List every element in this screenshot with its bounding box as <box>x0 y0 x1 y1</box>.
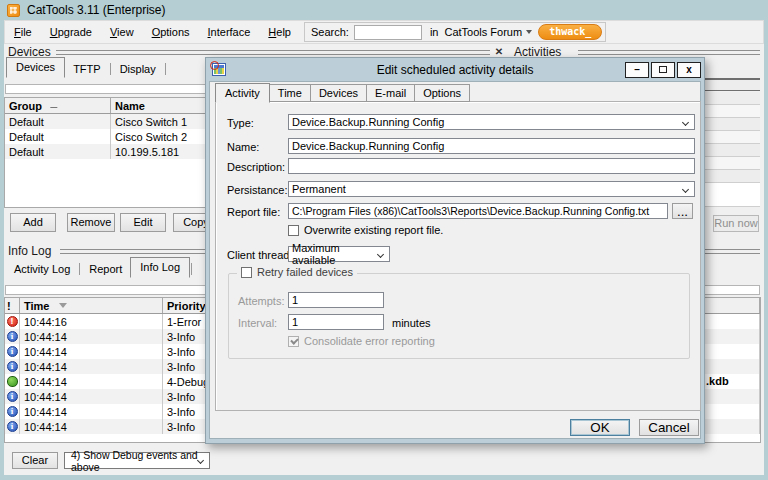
report-file-label: Report file: <box>227 206 280 218</box>
log-time-cell: 10:44:14 <box>20 344 163 359</box>
info-icon <box>7 346 18 357</box>
menu-upgrade[interactable]: Upgrade <box>41 23 101 41</box>
client-threads-combobox[interactable]: Maximum available <box>288 246 390 262</box>
tab-separator <box>165 63 166 75</box>
name-field[interactable] <box>288 138 695 154</box>
device-group-cell: Default <box>5 144 111 159</box>
chevron-down-icon <box>682 185 689 192</box>
maximize-button[interactable] <box>651 62 675 78</box>
column-header-time[interactable]: Time <box>20 298 163 313</box>
menu-file[interactable]: File <box>5 23 41 41</box>
menu-options[interactable]: Options <box>143 23 199 41</box>
interval-unit-label: minutes <box>392 317 431 329</box>
consolidate-checkbox[interactable] <box>288 336 299 347</box>
dialog-body: Activity Time Devices E-mail Options Typ… <box>209 81 701 439</box>
devices-header-rule <box>56 50 490 55</box>
tab-dialog-devices[interactable]: Devices <box>311 84 367 102</box>
log-level-dropdown[interactable]: 4) Show Debug events and above <box>64 452 210 469</box>
sort-descending-icon <box>59 303 67 308</box>
persistance-combobox[interactable]: Permanent <box>288 181 695 197</box>
chevron-down-icon <box>526 30 532 34</box>
maximize-icon <box>659 66 667 73</box>
overwrite-label: Overwrite existing report file. <box>304 224 443 236</box>
window-titlebar: CatTools 3.11 (Enterprise) <box>0 0 768 20</box>
interval-label: Interval: <box>238 317 277 329</box>
menu-interface[interactable]: Interface <box>199 23 260 41</box>
browse-button[interactable]: ... <box>672 203 693 219</box>
clear-button[interactable]: Clear <box>12 452 58 469</box>
menu-view[interactable]: View <box>101 23 143 41</box>
run-now-button[interactable]: Run now <box>713 215 759 232</box>
tab-separator <box>110 63 111 75</box>
log-time-cell: 10:44:14 <box>20 329 163 344</box>
minimize-button[interactable]: – <box>625 62 649 78</box>
tab-info-log[interactable]: Info Log <box>130 257 190 278</box>
type-label: Type: <box>227 117 254 129</box>
add-button[interactable]: Add <box>10 213 56 232</box>
persistance-label: Persistance: <box>227 184 288 196</box>
dialog-titlebar[interactable]: Edit scheduled activity details – x <box>209 58 701 81</box>
tab-tftp[interactable]: TFTP <box>65 61 109 78</box>
log-time-cell: 10:44:14 <box>20 374 163 389</box>
type-value: Device.Backup.Running Config <box>292 116 444 128</box>
menu-help[interactable]: Help <box>259 23 300 41</box>
thwack-button[interactable]: thwack_ <box>538 24 602 40</box>
debug-icon <box>7 376 18 387</box>
info-icon <box>7 331 18 342</box>
tab-activity[interactable]: Activity <box>215 83 270 103</box>
device-group-cell: Default <box>5 114 111 129</box>
tab-separator <box>191 263 192 275</box>
tab-devices[interactable]: Devices <box>6 57 65 78</box>
edit-activity-dialog: Edit scheduled activity details – x Acti… <box>205 57 705 444</box>
remove-button[interactable]: Remove <box>67 213 115 232</box>
retry-failed-devices-checkbox[interactable] <box>241 267 252 278</box>
log-time-cell: 10:44:16 <box>20 314 163 329</box>
app-logo-icon <box>7 4 20 17</box>
chevron-down-icon <box>377 250 384 257</box>
client-threads-value: Maximum available <box>292 242 378 266</box>
name-label: Name: <box>227 141 259 153</box>
dialog-tabstrip: Activity Time Devices E-mail Options <box>215 84 470 102</box>
search-input[interactable] <box>354 25 422 40</box>
tab-options[interactable]: Options <box>415 84 470 102</box>
info-icon <box>7 406 18 417</box>
tab-separator <box>79 263 80 275</box>
window-title: CatTools 3.11 (Enterprise) <box>27 3 166 17</box>
tab-time[interactable]: Time <box>270 84 311 102</box>
attempts-field[interactable] <box>288 292 384 308</box>
consolidate-label: Consolidate error reporting <box>304 335 435 347</box>
close-button[interactable]: x <box>677 62 701 78</box>
column-header-group[interactable]: Group <box>5 98 111 113</box>
search-scope-dropdown[interactable]: CatTools Forum <box>444 26 532 38</box>
attempts-label: Attempts: <box>238 295 284 307</box>
log-level-value: 4) Show Debug events and above <box>71 449 198 473</box>
devices-tabstrip: Devices TFTP Display <box>6 60 167 78</box>
tab-email[interactable]: E-mail <box>367 84 415 102</box>
tab-display[interactable]: Display <box>112 61 164 78</box>
chevron-down-icon <box>682 118 689 125</box>
report-file-field[interactable] <box>288 203 668 219</box>
column-header-flag[interactable]: ! <box>5 298 20 313</box>
chevron-down-icon <box>197 457 204 464</box>
description-label: Description: <box>227 161 285 173</box>
search-toolbar: Search: in CatTools Forum thwack_ <box>304 22 606 42</box>
info-icon <box>7 421 18 432</box>
search-label: Search: <box>311 26 349 38</box>
search-in-label: in <box>430 26 439 38</box>
menu-bar: File Upgrade View Options Interface Help… <box>4 20 764 44</box>
description-field[interactable] <box>288 158 695 174</box>
ok-button[interactable]: OK <box>570 419 630 436</box>
cancel-button[interactable]: Cancel <box>639 419 699 436</box>
error-icon <box>7 316 18 327</box>
infolog-panel-title: Info Log <box>8 244 51 258</box>
log-time-cell: 10:44:14 <box>20 359 163 374</box>
retry-failed-devices-label: Retry failed devices <box>257 266 353 278</box>
activities-header-rule <box>578 50 760 55</box>
tab-report[interactable]: Report <box>81 261 130 278</box>
edit-button[interactable]: Edit <box>120 213 166 232</box>
overwrite-checkbox[interactable] <box>288 225 299 236</box>
tab-activity-log[interactable]: Activity Log <box>6 261 78 278</box>
interval-field[interactable] <box>288 314 384 330</box>
type-combobox[interactable]: Device.Backup.Running Config <box>288 114 695 130</box>
log-time-cell: 10:44:14 <box>20 419 163 434</box>
